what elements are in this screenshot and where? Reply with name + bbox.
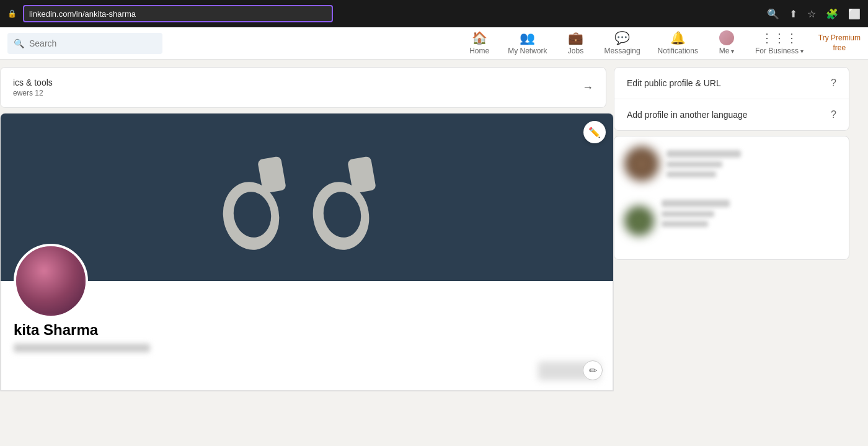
profile-avatar bbox=[14, 244, 88, 318]
profile-lower-section: kita Sharma ✏ bbox=[1, 281, 613, 391]
right-sidebar: Edit public profile & URL ? Add profile … bbox=[614, 60, 849, 446]
analytics-text: ics & tools ewers 12 bbox=[13, 78, 53, 97]
profile-banner: ✏️ bbox=[1, 114, 613, 281]
browser-chrome: 🔒 linkedin.com/in/ankita-sharma 🔍 ⬆ ☆ 🧩 … bbox=[0, 0, 868, 27]
try-premium-line1: Try Premium bbox=[818, 33, 861, 42]
analytics-arrow-icon[interactable]: → bbox=[582, 81, 593, 94]
notifications-icon: 🔔 bbox=[670, 30, 686, 45]
search-icon: 🔍 bbox=[14, 38, 24, 48]
for-business-icon: ⋮⋮⋮ bbox=[761, 30, 798, 45]
for-business-label: For Business bbox=[755, 47, 804, 55]
messaging-label: Messaging bbox=[604, 47, 640, 55]
edit-profile-url-label: Edit public profile & URL bbox=[627, 78, 721, 88]
extensions-icon[interactable]: 🧩 bbox=[826, 8, 838, 20]
add-profile-language-row[interactable]: Add profile in another language ? bbox=[614, 99, 849, 130]
analytics-viewers: ewers 12 bbox=[13, 89, 53, 97]
suggestion-item-1 bbox=[624, 146, 839, 189]
profile-headline-blurred bbox=[14, 344, 150, 352]
analytics-title: ics & tools bbox=[13, 78, 53, 87]
me-label: Me bbox=[719, 47, 734, 55]
bookmark-icon[interactable]: ☆ bbox=[807, 8, 816, 20]
nav-notifications[interactable]: 🔔 Notifications bbox=[650, 27, 706, 60]
suggestion-title-2 bbox=[662, 211, 714, 217]
edit-profile-url-help-icon[interactable]: ? bbox=[831, 78, 836, 89]
add-profile-language-help-icon[interactable]: ? bbox=[831, 109, 836, 120]
search-input[interactable] bbox=[29, 38, 156, 48]
suggestion-name-1 bbox=[666, 150, 741, 158]
edit-profile-url-row[interactable]: Edit public profile & URL ? bbox=[614, 68, 849, 99]
nav-home[interactable]: 🏠 Home bbox=[461, 27, 498, 60]
viewers-count: 12 bbox=[35, 89, 43, 97]
suggestion-text-2 bbox=[662, 196, 839, 231]
avatar-image bbox=[16, 246, 86, 316]
suggestion-avatar-1 bbox=[624, 146, 659, 181]
profile-name: kita Sharma bbox=[14, 321, 150, 339]
profile-avatar-small bbox=[719, 30, 734, 45]
nav-my-network[interactable]: 👥 My Network bbox=[500, 27, 554, 60]
left-panel: ics & tools ewers 12 → bbox=[0, 60, 614, 446]
nav-items: 🏠 Home 👥 My Network 💼 Jobs 💬 Messaging 🔔… bbox=[461, 27, 861, 60]
try-premium-link[interactable]: Try Premium free bbox=[818, 33, 861, 53]
linkedin-navbar: 🔍 🏠 Home 👥 My Network 💼 Jobs 💬 Messaging… bbox=[0, 27, 868, 60]
home-icon: 🏠 bbox=[472, 30, 487, 45]
lock-icon: 🔒 bbox=[7, 9, 17, 18]
suggestion-item-2 bbox=[624, 196, 839, 243]
browser-toolbar: 🔍 ⬆ ☆ 🧩 ⬜ bbox=[767, 8, 861, 20]
address-bar[interactable]: linkedin.com/in/ankita-sharma bbox=[23, 5, 333, 22]
my-network-icon: 👥 bbox=[520, 30, 535, 45]
edit-profile-button[interactable]: ✏ bbox=[583, 360, 603, 380]
zoom-icon[interactable]: 🔍 bbox=[767, 8, 779, 20]
try-premium-line2: free bbox=[833, 43, 846, 52]
profile-url-card: Edit public profile & URL ? Add profile … bbox=[614, 67, 849, 131]
suggestion-subtitle-2 bbox=[662, 221, 708, 227]
suggestion-title-1 bbox=[666, 161, 722, 167]
messaging-icon: 💬 bbox=[614, 30, 630, 45]
nav-jobs[interactable]: 💼 Jobs bbox=[557, 27, 595, 60]
share-icon[interactable]: ⬆ bbox=[789, 8, 797, 20]
search-bar[interactable]: 🔍 bbox=[7, 33, 162, 54]
suggestions-card bbox=[614, 136, 849, 260]
main-content: ics & tools ewers 12 → bbox=[0, 60, 868, 446]
suggestion-subtitle-1 bbox=[666, 171, 716, 177]
analytics-card: ics & tools ewers 12 → bbox=[0, 67, 606, 108]
notifications-label: Notifications bbox=[658, 47, 698, 55]
nav-me[interactable]: Me bbox=[708, 27, 745, 60]
viewers-label: ewers bbox=[13, 89, 33, 97]
profile-banner-container: ✏️ kita Sharma ✏ bbox=[0, 113, 614, 391]
nav-messaging[interactable]: 💬 Messaging bbox=[597, 27, 648, 60]
suggestion-text-1 bbox=[666, 146, 839, 181]
profile-name-col: kita Sharma bbox=[14, 321, 150, 352]
suggestion-name-2 bbox=[662, 200, 730, 207]
banner-quote-svg bbox=[208, 135, 406, 259]
home-label: Home bbox=[469, 47, 489, 55]
split-view-icon[interactable]: ⬜ bbox=[848, 8, 861, 20]
url-text: linkedin.com/in/ankita-sharma bbox=[29, 9, 136, 19]
edit-banner-button[interactable]: ✏️ bbox=[583, 121, 606, 143]
profile-name-section: kita Sharma bbox=[14, 281, 600, 380]
jobs-icon: 💼 bbox=[568, 30, 583, 45]
my-network-label: My Network bbox=[508, 47, 547, 55]
nav-for-business[interactable]: ⋮⋮⋮ For Business bbox=[748, 27, 811, 60]
add-profile-language-label: Add profile in another language bbox=[627, 110, 748, 120]
suggestion-avatar-2 bbox=[624, 206, 654, 236]
jobs-label: Jobs bbox=[568, 47, 583, 55]
